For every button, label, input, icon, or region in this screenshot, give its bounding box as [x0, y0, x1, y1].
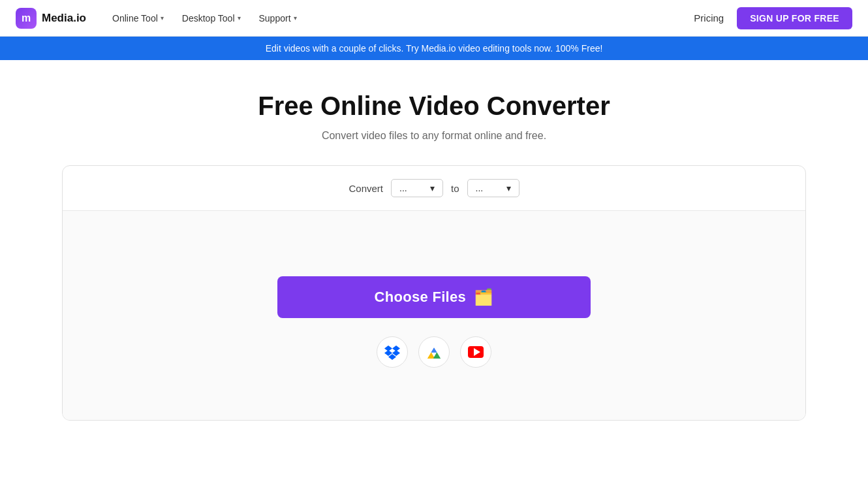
chevron-down-icon: ▾: [430, 183, 435, 193]
converter-box: Convert ... ▾ to ... ▾ Choose Files 🗂️: [62, 165, 806, 421]
converter-top-bar: Convert ... ▾ to ... ▾: [63, 166, 805, 211]
dropbox-button[interactable]: [377, 336, 408, 368]
chevron-down-icon: ▾: [161, 14, 164, 22]
nav-item-support[interactable]: Support ▾: [251, 8, 305, 29]
chevron-down-icon: ▾: [506, 183, 511, 193]
dropbox-icon: [384, 344, 400, 360]
navbar: m Media.io Online Tool ▾ Desktop Tool ▾ …: [0, 0, 868, 37]
convert-label: Convert: [349, 183, 383, 194]
logo[interactable]: m Media.io: [16, 8, 86, 29]
source-icons-bar: [377, 336, 491, 368]
signup-button[interactable]: SIGN UP FOR FREE: [737, 7, 852, 29]
to-label: to: [451, 183, 459, 194]
format-from-select[interactable]: ... ▾: [391, 179, 443, 197]
nav-item-online-tool[interactable]: Online Tool ▾: [104, 8, 172, 29]
upload-area: Choose Files 🗂️: [63, 211, 805, 420]
page-title: Free Online Video Converter: [258, 91, 610, 121]
logo-icon: m: [16, 8, 37, 29]
format-to-select[interactable]: ... ▾: [467, 179, 519, 197]
promo-banner[interactable]: Edit videos with a couple of clicks. Try…: [0, 37, 868, 60]
google-drive-button[interactable]: [418, 336, 450, 368]
youtube-icon: [468, 346, 484, 358]
logo-text: Media.io: [42, 12, 86, 25]
chevron-down-icon: ▾: [294, 14, 297, 22]
pricing-link[interactable]: Pricing: [694, 12, 724, 24]
nav-right: Pricing SIGN UP FOR FREE: [694, 7, 852, 29]
page-subtitle: Convert video files to any format online…: [322, 130, 546, 142]
folder-icon: 🗂️: [474, 288, 493, 306]
chevron-down-icon: ▾: [238, 14, 241, 22]
nav-item-desktop-tool[interactable]: Desktop Tool ▾: [174, 8, 249, 29]
nav-menu: Online Tool ▾ Desktop Tool ▾ Support ▾: [104, 8, 694, 29]
google-drive-icon: [426, 344, 442, 360]
main-content: Free Online Video Converter Convert vide…: [0, 60, 868, 460]
youtube-button[interactable]: [460, 336, 491, 368]
choose-files-button[interactable]: Choose Files 🗂️: [277, 276, 591, 318]
